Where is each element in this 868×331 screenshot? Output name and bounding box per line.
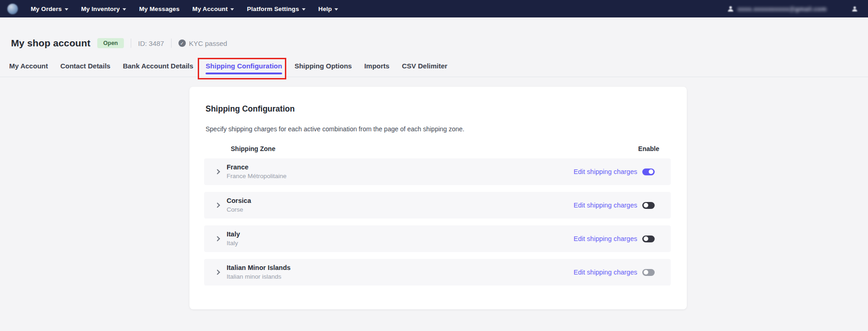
shop-id: ID: 3487 (138, 39, 164, 47)
chevron-down-icon (230, 8, 234, 11)
page-title: My shop account (11, 38, 90, 49)
zone-name: Italian Minor Islands (227, 264, 290, 272)
nav-item-label: My Messages (139, 6, 179, 12)
shipping-zone-row-france: France France Métropolitaine Edit shippi… (204, 158, 671, 185)
tab-label: Shipping Configuration (206, 62, 282, 70)
zone-name: Corsica (227, 197, 251, 205)
nav-item-platform-settings[interactable]: Platform Settings (247, 6, 305, 12)
check-circle-icon: ✓ (178, 39, 186, 47)
nav-item-my-messages[interactable]: My Messages (139, 6, 179, 12)
chevron-right-icon[interactable] (215, 202, 220, 208)
tab-my-account[interactable]: My Account (9, 62, 48, 77)
nav-item-label: My Orders (31, 6, 62, 12)
nav-item-label: My Account (192, 6, 228, 12)
zone-subtitle: Italian minor islands (227, 274, 290, 281)
status-badge: Open (97, 38, 124, 49)
enable-toggle[interactable] (642, 236, 655, 242)
kyc-status-label: KYC passed (189, 39, 227, 47)
nav-item-my-orders[interactable]: My Orders (31, 6, 68, 12)
top-navigation-bar: My Orders My Inventory My Messages My Ac… (0, 0, 868, 17)
shipping-zone-row-italy: Italy Italy Edit shipping charges (204, 225, 671, 252)
chevron-right-icon[interactable] (215, 169, 220, 174)
tab-shipping-configuration[interactable]: Shipping Configuration (206, 62, 282, 77)
chevron-down-icon (334, 8, 338, 11)
column-enable: Enable (638, 145, 659, 152)
zone-name: Italy (227, 230, 240, 238)
tab-shipping-options[interactable]: Shipping Options (295, 62, 352, 77)
tab-imports[interactable]: Imports (364, 62, 389, 77)
nav-item-my-account[interactable]: My Account (192, 6, 234, 12)
tab-csv-delimiter[interactable]: CSV Delimiter (402, 62, 447, 77)
shipping-configuration-card: Shipping Configuration Specify shipping … (189, 87, 687, 309)
edit-shipping-charges-link[interactable]: Edit shipping charges (573, 202, 637, 209)
toggle-knob (649, 169, 653, 174)
enable-toggle[interactable] (642, 202, 655, 209)
nav-item-label: Help (318, 6, 332, 12)
edit-shipping-charges-link[interactable]: Edit shipping charges (573, 269, 637, 276)
zone-subtitle: France Métropolitaine (227, 173, 287, 180)
nav-item-label: Platform Settings (247, 6, 299, 12)
chevron-right-icon[interactable] (215, 236, 220, 241)
page: My Orders My Inventory My Messages My Ac… (0, 0, 868, 331)
notification-icon[interactable] (851, 6, 858, 12)
nav-item-help[interactable]: Help (318, 6, 339, 12)
toggle-knob (644, 203, 648, 208)
enable-toggle[interactable] (642, 168, 655, 175)
enable-toggle[interactable] (642, 269, 655, 276)
chevron-down-icon (302, 8, 306, 11)
chevron-down-icon (65, 8, 68, 11)
toggle-knob (644, 236, 648, 241)
nav-item-label: My Inventory (81, 6, 120, 12)
zone-subtitle: Italy (227, 240, 240, 247)
divider (171, 39, 172, 48)
tab-bank-account-details[interactable]: Bank Account Details (123, 62, 194, 77)
nav-user-area[interactable]: xxxx.xxxxxxxxxx@gmail.com (727, 6, 827, 12)
shipping-zone-row-italian-minor-islands: Italian Minor Islands Italian minor isla… (204, 259, 671, 286)
card-title: Shipping Configuration (206, 104, 671, 114)
tab-contact-details[interactable]: Contact Details (60, 62, 110, 77)
zone-name: France (227, 163, 287, 171)
kyc-status: ✓ KYC passed (178, 39, 227, 47)
table-header: Shipping Zone Enable (204, 145, 671, 152)
page-header: My shop account Open ID: 3487 ✓ KYC pass… (0, 17, 868, 49)
chevron-down-icon (122, 8, 126, 11)
column-shipping-zone: Shipping Zone (231, 145, 275, 152)
app-logo-icon[interactable] (7, 4, 18, 14)
divider (131, 39, 131, 48)
account-tabs: My Account Contact Details Bank Account … (0, 62, 868, 77)
edit-shipping-charges-link[interactable]: Edit shipping charges (573, 168, 637, 175)
toggle-knob (644, 270, 648, 275)
chevron-right-icon[interactable] (215, 269, 220, 275)
active-tab-underline (206, 73, 282, 74)
edit-shipping-charges-link[interactable]: Edit shipping charges (573, 235, 637, 242)
card-description: Specify shipping charges for each active… (206, 125, 671, 133)
shipping-zone-row-corsica: Corsica Corse Edit shipping charges (204, 192, 671, 219)
user-icon (727, 6, 734, 12)
user-email-redacted: xxxx.xxxxxxxxxx@gmail.com (738, 6, 827, 12)
nav-item-my-inventory[interactable]: My Inventory (81, 6, 126, 12)
zone-subtitle: Corse (227, 207, 251, 213)
